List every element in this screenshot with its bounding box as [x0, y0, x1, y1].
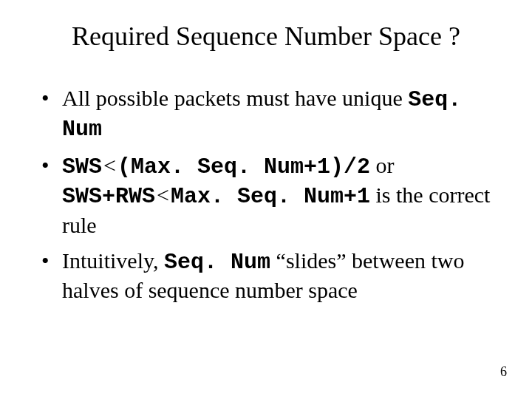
slide-title: Required Sequence Number Space ? [35, 21, 497, 52]
bullet-2-or: or [370, 153, 395, 177]
bullet-2-code-swsrws: SWS+RWS [62, 184, 155, 209]
bullet-2-code-max1: (Max. Seq. Num+1)/2 [117, 154, 370, 180]
slide: Required Sequence Number Space ? All pos… [0, 0, 532, 399]
bullet-2-code-max2: Max. Seq. Num+1 [171, 184, 370, 209]
lt-symbol-2: < [155, 183, 171, 207]
page-number: 6 [500, 364, 507, 380]
bullet-1-text: All possible packets must have unique [62, 86, 408, 110]
bullet-3: Intuitively, Seq. Num “slides” between t… [41, 247, 497, 305]
bullet-2: SWS<(Max. Seq. Num+1)/2 or SWS+RWS<Max. … [41, 151, 497, 239]
bullet-1: All possible packets must have unique Se… [41, 84, 497, 144]
lt-symbol-1: < [102, 153, 117, 177]
bullet-list: All possible packets must have unique Se… [35, 84, 497, 305]
bullet-3-code: Seq. Num [164, 250, 270, 275]
bullet-3-pre: Intuitively, [62, 248, 164, 273]
bullet-2-code-sws: SWS [62, 154, 102, 180]
